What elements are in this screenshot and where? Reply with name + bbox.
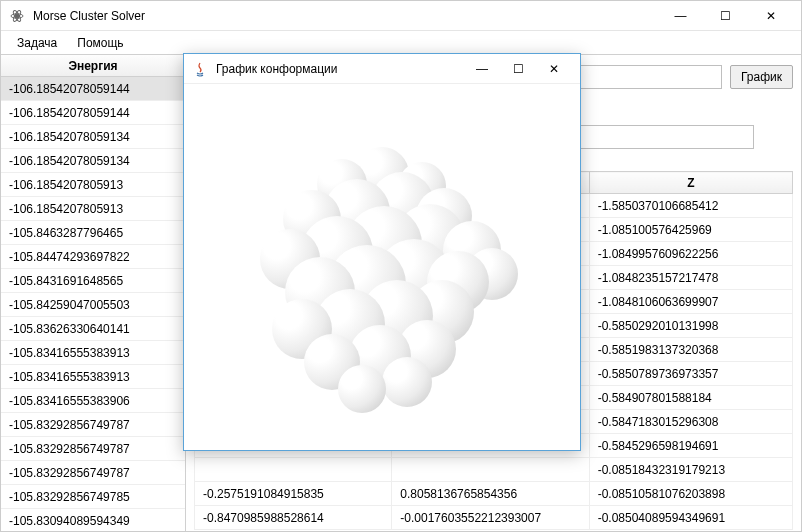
energy-row[interactable]: -105.83292856749787 — [1, 437, 185, 461]
menu-task[interactable]: Задача — [7, 33, 67, 53]
energy-row[interactable]: -106.18542078059144 — [1, 101, 185, 125]
cell-z: -0.08510581076203898 — [589, 482, 792, 506]
cell-z: -0.5847183015296308 — [589, 410, 792, 434]
minimize-button[interactable]: — — [658, 2, 703, 30]
energy-header: Энергия — [1, 55, 185, 77]
energy-row[interactable]: -105.83094089594349 — [1, 509, 185, 531]
cell-z: -0.5851983137320368 — [589, 338, 792, 362]
table-row[interactable]: -0.08518432319179213 — [195, 458, 793, 482]
close-button[interactable]: ✕ — [748, 2, 793, 30]
cell-z: -1.0848106063699907 — [589, 290, 792, 314]
energy-row[interactable]: -105.83416555383913 — [1, 341, 185, 365]
energy-row[interactable]: -105.83292856749787 — [1, 461, 185, 485]
menubar: Задача Помощь — [1, 31, 801, 55]
cell-z: -0.584907801588184 — [589, 386, 792, 410]
graph-button[interactable]: График — [730, 65, 793, 89]
dialog-body[interactable] — [184, 84, 580, 450]
dialog-maximize-button[interactable]: ☐ — [500, 56, 536, 82]
maximize-button[interactable]: ☐ — [703, 2, 748, 30]
table-row[interactable]: -0.25751910849158350.8058136765854356-0.… — [195, 482, 793, 506]
cell-x: -0.8470985988528614 — [195, 506, 392, 530]
energy-row[interactable]: -105.83416555383906 — [1, 389, 185, 413]
menu-help[interactable]: Помощь — [67, 33, 133, 53]
energy-panel: Энергия -106.18542078059144-106.18542078… — [1, 55, 186, 531]
energy-row[interactable]: -106.18542078059134 — [1, 149, 185, 173]
col-z[interactable]: Z — [589, 172, 792, 194]
energy-row[interactable]: -106.18542078059134 — [1, 125, 185, 149]
cell-z: -0.5850789736973357 — [589, 362, 792, 386]
cell-z: -0.5850292010131998 — [589, 314, 792, 338]
atom-sphere — [338, 365, 386, 413]
cell-x — [195, 458, 392, 482]
dialog-titlebar: График конформации — ☐ ✕ — [184, 54, 580, 84]
energy-row[interactable]: -105.83292856749785 — [1, 485, 185, 509]
cell-y: 0.8058136765854356 — [392, 482, 589, 506]
cell-z: -1.5850370106685412 — [589, 194, 792, 218]
cell-z: -1.0849957609622256 — [589, 242, 792, 266]
dialog-close-button[interactable]: ✕ — [536, 56, 572, 82]
energy-list[interactable]: -106.18542078059144-106.18542078059144-1… — [1, 77, 185, 531]
energy-row[interactable]: -105.83292856749787 — [1, 413, 185, 437]
atom-sphere — [382, 357, 432, 407]
cell-z: -0.08504089594349691 — [589, 506, 792, 530]
dialog-controls: — ☐ ✕ — [464, 56, 572, 82]
app-icon — [9, 8, 25, 24]
table-row[interactable]: -0.8470985988528614-0.001760355221239300… — [195, 506, 793, 530]
cell-y — [392, 458, 589, 482]
energy-row[interactable]: -105.84259047005503 — [1, 293, 185, 317]
cell-y: -0.0017603552212393007 — [392, 506, 589, 530]
cluster-viz — [232, 124, 532, 424]
conformation-dialog: График конформации — ☐ ✕ — [183, 53, 581, 451]
cell-z: -0.08518432319179213 — [589, 458, 792, 482]
dialog-title: График конформации — [216, 62, 464, 76]
energy-row[interactable]: -106.18542078059144 — [1, 77, 185, 101]
window-controls: — ☐ ✕ — [658, 2, 793, 30]
energy-row[interactable]: -105.8463287796465 — [1, 221, 185, 245]
java-icon — [192, 61, 208, 77]
energy-row[interactable]: -105.83416555383913 — [1, 365, 185, 389]
cell-x: -0.2575191084915835 — [195, 482, 392, 506]
energy-row[interactable]: -106.1854207805913 — [1, 173, 185, 197]
window-title: Morse Cluster Solver — [33, 9, 658, 23]
cell-z: -1.0848235157217478 — [589, 266, 792, 290]
energy-row[interactable]: -105.8431691648565 — [1, 269, 185, 293]
energy-row[interactable]: -105.84474293697822 — [1, 245, 185, 269]
cell-z: -0.5845296598194691 — [589, 434, 792, 458]
energy-row[interactable]: -105.83626330640141 — [1, 317, 185, 341]
cell-z: -1.085100576425969 — [589, 218, 792, 242]
titlebar: Morse Cluster Solver — ☐ ✕ — [1, 1, 801, 31]
energy-row[interactable]: -106.1854207805913 — [1, 197, 185, 221]
dialog-minimize-button[interactable]: — — [464, 56, 500, 82]
